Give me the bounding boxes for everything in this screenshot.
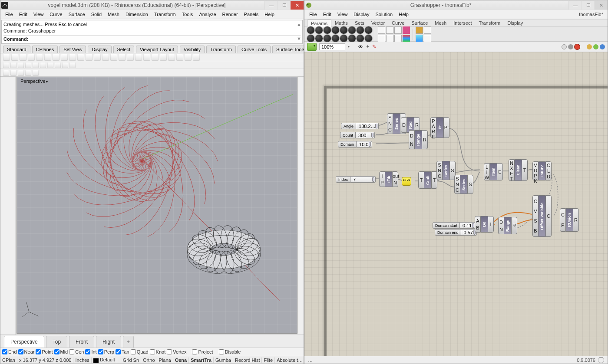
comp-graft[interactable]: TGraftT: [418, 171, 437, 189]
ribbon-button[interactable]: [424, 26, 431, 34]
comp-item[interactable]: LiWItemE: [484, 163, 503, 180]
status-osna[interactable]: Osna: [173, 357, 189, 363]
comp-pt[interactable]: PARE Pt Pt: [430, 117, 449, 138]
param-primitive-icon[interactable]: [340, 26, 347, 34]
tooltab-visibility[interactable]: Visibility: [180, 46, 205, 53]
osnap-point[interactable]: Point: [36, 349, 53, 354]
osnap-tan[interactable]: Tan: [116, 349, 129, 354]
toolbar-button[interactable]: [143, 54, 150, 61]
osnap-perp[interactable]: Perp: [98, 349, 114, 354]
toolbar-button[interactable]: [25, 70, 31, 76]
status-gumba[interactable]: Gumba: [214, 357, 233, 363]
gh-tab-mesh[interactable]: Mesh: [431, 20, 450, 26]
param-primitive-icon[interactable]: [365, 35, 372, 42]
toolbar-button[interactable]: [62, 62, 68, 68]
sidebar-tool-button[interactable]: [1, 93, 7, 99]
toolbar-button[interactable]: [176, 54, 183, 61]
sidebar-tool-button[interactable]: [1, 79, 7, 85]
tooltab-curve-tools[interactable]: Curve Tools: [238, 46, 271, 53]
status-plana[interactable]: Plana: [157, 357, 173, 363]
ribbon-button[interactable]: [424, 35, 431, 42]
toolbar-button[interactable]: [10, 62, 17, 68]
scroll-up-icon[interactable]: ▲: [297, 21, 301, 28]
sidebar-tool-button[interactable]: [1, 160, 7, 166]
sidebar-tool-button[interactable]: [9, 152, 15, 158]
param-primitive-icon[interactable]: [315, 35, 323, 42]
gh-titlebar[interactable]: Grasshopper - thomasFib* — ☐ ✕: [304, 0, 608, 10]
comp-range[interactable]: DNRangeR: [409, 130, 428, 149]
menu-curve[interactable]: Curve: [46, 10, 65, 18]
osnap-project[interactable]: Project: [192, 349, 213, 354]
slider-domain-start[interactable]: Domain start0.11: [433, 222, 476, 229]
status-filte[interactable]: Filte: [262, 357, 275, 363]
sidebar-tool-button[interactable]: [1, 130, 7, 136]
gh-menu-view[interactable]: View: [334, 10, 351, 18]
status-gridsn[interactable]: Grid Sn: [121, 357, 141, 363]
slider-count[interactable]: Count300: [340, 132, 375, 138]
pencil-icon[interactable]: ✎: [372, 44, 376, 49]
rhino-close-button[interactable]: ✕: [291, 1, 304, 10]
osnap-int[interactable]: Int: [85, 349, 96, 354]
toolbar-button[interactable]: [33, 62, 39, 68]
rhino-viewport-perspective[interactable]: Perspective▾: [17, 77, 297, 334]
view-tab-add[interactable]: +: [123, 336, 134, 348]
ribbon-button[interactable]: [378, 26, 385, 34]
param-primitive-icon[interactable]: [332, 26, 339, 34]
toolbar-button[interactable]: [193, 54, 200, 61]
rhino-minimize-button[interactable]: —: [264, 1, 278, 10]
toolbar-button[interactable]: [3, 54, 10, 61]
sidebar-tool-button[interactable]: [9, 93, 15, 99]
sidebar-tool-button[interactable]: [9, 145, 15, 151]
gh-menu-solution[interactable]: Solution: [372, 10, 396, 18]
osnap-knot[interactable]: Knot: [150, 349, 166, 354]
toolbar-button[interactable]: [77, 54, 84, 61]
sidebar-tool-button[interactable]: [1, 123, 7, 129]
sidebar-tool-button[interactable]: [9, 86, 15, 92]
toolbar-button[interactable]: [10, 70, 17, 76]
tooltab-transform[interactable]: Transform: [206, 46, 236, 53]
rhino-titlebar[interactable]: vogel model.3dm (208 KB) - Rhinoceros (E…: [0, 0, 304, 10]
preview-disabled-icon[interactable]: [575, 44, 580, 49]
gh-maximize-button[interactable]: ☐: [582, 1, 595, 10]
menu-tools[interactable]: Tools: [179, 10, 196, 18]
toolbar-button[interactable]: [18, 62, 24, 68]
gh-close-button[interactable]: ✕: [595, 1, 608, 10]
param-primitive-icon[interactable]: [307, 35, 314, 42]
toolbar-button[interactable]: [33, 70, 39, 76]
toolbar-button[interactable]: [69, 62, 76, 68]
menu-help[interactable]: Help: [261, 10, 278, 18]
comp-clean[interactable]: NXETCleanT: [509, 159, 528, 181]
tooltab-standard[interactable]: Standard: [3, 46, 30, 53]
sidebar-tool-button[interactable]: [9, 123, 15, 129]
osnap-end[interactable]: End: [2, 349, 17, 354]
gh-tab-curve[interactable]: Curve: [388, 20, 408, 26]
osnap-mid[interactable]: Mid: [54, 349, 68, 354]
toolbar-button[interactable]: [119, 54, 126, 61]
menu-mesh[interactable]: Mesh: [105, 10, 122, 18]
gh-tab-display[interactable]: Display: [504, 20, 526, 26]
toolbar-button[interactable]: [94, 54, 101, 61]
gh-canvas[interactable]: Angle138.2… Count300 Domain10.0 Index7 D…: [304, 52, 608, 356]
tooltab-select[interactable]: Select: [113, 46, 135, 53]
status-recordhist[interactable]: Record Hist: [233, 357, 262, 363]
toolbar-button[interactable]: [55, 62, 61, 68]
param-primitive-icon[interactable]: [357, 35, 364, 42]
sidebar-tool-button[interactable]: [1, 86, 7, 92]
rhino-maximize-button[interactable]: ☐: [278, 1, 291, 10]
gh-tab-transform[interactable]: Transform: [475, 20, 504, 26]
toolbar-button[interactable]: [20, 54, 26, 61]
ribbon-button[interactable]: [386, 26, 393, 34]
param-primitive-icon[interactable]: [324, 35, 331, 42]
toolbar-button[interactable]: [185, 54, 192, 61]
menu-solid[interactable]: Solid: [88, 10, 105, 18]
toolbar-button[interactable]: [25, 62, 31, 68]
toolbar-button[interactable]: [3, 70, 9, 76]
gh-tab-vector[interactable]: Vector: [368, 20, 388, 26]
sidebar-tool-button[interactable]: [9, 101, 15, 107]
gh-menu-display[interactable]: Display: [350, 10, 372, 18]
comp-series2[interactable]: SNCSeriesS: [436, 161, 456, 180]
osnap-near[interactable]: Near: [18, 349, 35, 354]
gh-tab-maths[interactable]: Maths: [331, 20, 351, 26]
gh-tab-sets[interactable]: Sets: [351, 20, 368, 26]
tooltab-surface-tools[interactable]: Surface Tools: [272, 46, 304, 53]
